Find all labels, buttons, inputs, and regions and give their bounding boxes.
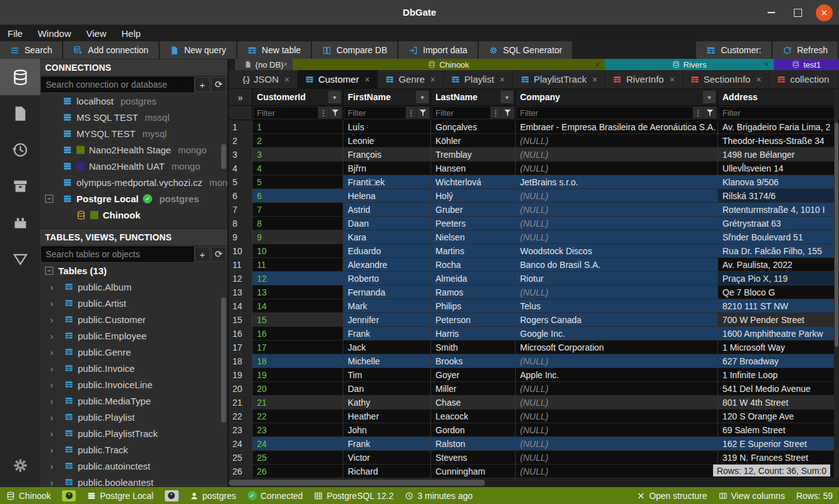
cell-company[interactable]: (NULL) [516, 162, 718, 175]
rail-connections[interactable] [0, 59, 40, 95]
table-item[interactable]: public.Employee [40, 327, 227, 344]
chevron-right-icon[interactable] [50, 298, 56, 309]
cell-company[interactable]: (NULL) [516, 354, 718, 368]
menu-view[interactable]: View [86, 28, 107, 39]
table-row[interactable]: 19 19 Tim Goyer Apple Inc. 1 Infinite Lo… [229, 368, 839, 382]
cell-firstname[interactable]: John [343, 423, 431, 437]
rail-settings[interactable] [0, 447, 40, 483]
column-header-lastname[interactable]: LastName [431, 89, 516, 105]
grid-horizontal-scrollbar[interactable] [229, 478, 839, 487]
cell-customerid[interactable]: 5 [253, 175, 343, 189]
chevron-right-icon[interactable] [50, 445, 56, 455]
cell-lastname[interactable]: Miller [431, 382, 516, 396]
cell-customerid[interactable]: 14 [253, 299, 343, 313]
add-icon[interactable]: + [195, 77, 210, 92]
tab-customer[interactable]: Customer [298, 70, 378, 88]
filter-input-address[interactable] [719, 107, 837, 118]
table-item[interactable]: public.Genre [40, 344, 227, 360]
row-number[interactable]: 16 [229, 327, 253, 341]
cell-firstname[interactable]: François [343, 148, 431, 162]
table-row[interactable]: 23 23 John Gordon (NULL) 69 Salem Street [229, 423, 839, 437]
cell-lastname[interactable]: Harris [431, 327, 516, 341]
cell-customerid[interactable]: 9 [253, 230, 343, 244]
table-row[interactable]: 15 15 Jennifer Peterson Rogers Canada 70… [229, 313, 839, 327]
tab-group-chinook[interactable]: Chinook [293, 59, 605, 70]
cell-company[interactable]: Embraer - Empresa Brasileira de Aeronáut… [516, 120, 718, 134]
rail-plugins[interactable] [0, 204, 40, 240]
cell-firstname[interactable]: Heather [343, 409, 431, 423]
cell-firstname[interactable]: Victor [343, 451, 431, 465]
chevron-right-icon[interactable] [50, 396, 56, 406]
grid-vertical-scrollbar[interactable] [834, 89, 839, 478]
row-number[interactable]: 18 [229, 354, 253, 368]
table-item[interactable]: public.Artist [40, 295, 227, 311]
filter-funnel-icon[interactable] [328, 107, 341, 118]
cell-company[interactable]: (NULL) [516, 285, 718, 299]
table-item[interactable]: public.PlaylistTrack [40, 425, 227, 441]
cell-company[interactable]: (NULL) [516, 217, 718, 230]
close-tab-icon[interactable] [756, 75, 761, 85]
cell-customerid[interactable]: 17 [253, 341, 343, 354]
table-item[interactable]: public.autoinctest [40, 458, 227, 474]
connection-item[interactable]: olympus-medportal.vychozi.czmongo [40, 174, 227, 190]
table-row[interactable]: 8 8 Daan Peeters (NULL) Grétrystraat 63 [229, 217, 839, 230]
collapse-icon[interactable] [45, 195, 53, 203]
row-number[interactable]: 26 [229, 465, 253, 478]
chevron-right-icon[interactable] [50, 331, 56, 341]
row-number[interactable]: 3 [229, 148, 253, 162]
cell-lastname[interactable]: Hansen [431, 162, 516, 175]
close-group-icon[interactable] [595, 60, 600, 69]
tables-scrollbar[interactable] [221, 297, 226, 423]
cell-address[interactable]: 69 Salem Street [718, 423, 839, 437]
tab-collection[interactable]: collection [769, 70, 838, 88]
cell-lastname[interactable]: Nielsen [431, 230, 516, 244]
table-row[interactable]: 24 24 Frank Ralston (NULL) 162 E Superio… [229, 437, 839, 451]
cell-company[interactable]: Telus [516, 299, 718, 313]
cell-company[interactable]: (NULL) [516, 230, 718, 244]
cell-company[interactable]: Microsoft Corporation [516, 341, 718, 354]
tab-playlisttrack[interactable]: PlaylistTrack [513, 70, 606, 88]
kebab-menu-icon[interactable] [318, 107, 328, 118]
import-data-button[interactable]: Import data [399, 41, 479, 59]
cell-customerid[interactable]: 19 [253, 368, 343, 382]
kebab-menu-icon[interactable] [692, 107, 703, 118]
connections-search-input[interactable] [41, 77, 194, 92]
row-number[interactable]: 7 [229, 203, 253, 217]
cell-address[interactable]: 319 N. Frances Street [718, 451, 839, 465]
cell-company[interactable]: (NULL) [516, 423, 718, 437]
cell-firstname[interactable]: Richard [343, 465, 431, 478]
table-row[interactable]: 14 14 Mark Philips Telus 8210 111 ST NW [229, 299, 839, 313]
cell-lastname[interactable]: Cunningham [431, 465, 516, 478]
cell-customerid[interactable]: 25 [253, 451, 343, 465]
cell-firstname[interactable]: Helena [343, 189, 431, 203]
rail-files[interactable] [0, 95, 40, 131]
row-number[interactable]: 15 [229, 313, 253, 327]
database-item[interactable]: Chinook [40, 207, 227, 223]
new-table-button[interactable]: New table [237, 41, 312, 59]
row-number[interactable]: 8 [229, 217, 253, 230]
chevron-right-icon[interactable] [50, 477, 56, 488]
sql-generator-button[interactable]: SQL Generator [479, 41, 573, 59]
connection-item-expanded[interactable]: Postgre Localpostgres [40, 190, 227, 207]
cell-lastname[interactable]: Leacock [431, 409, 516, 423]
chevron-down-icon[interactable] [703, 91, 716, 103]
collapse-icon[interactable] [45, 267, 53, 275]
cell-lastname[interactable]: Rocha [431, 258, 516, 272]
close-group-icon[interactable] [283, 60, 288, 69]
chevron-down-icon[interactable] [501, 91, 513, 103]
add-connection-button[interactable]: Add connection [63, 41, 160, 59]
cell-customerid[interactable]: 16 [253, 327, 343, 341]
close-tab-icon[interactable] [500, 75, 505, 85]
table-row[interactable]: 17 17 Jack Smith Microsoft Corporation 1… [229, 341, 839, 354]
cell-lastname[interactable]: Gruber [431, 203, 516, 217]
row-number[interactable]: 2 [229, 134, 253, 148]
table-row[interactable]: 20 20 Dan Miller (NULL) 541 Del Medio Av… [229, 382, 839, 396]
cell-customerid[interactable]: 13 [253, 285, 343, 299]
cell-lastname[interactable]: Goyer [431, 368, 516, 382]
table-row[interactable]: 5 5 Franti□ek Wichterlová JetBrains s.r.… [229, 175, 839, 189]
cell-lastname[interactable]: Peterson [431, 313, 516, 327]
filter-funnel-icon[interactable] [703, 107, 716, 118]
row-number[interactable]: 4 [229, 162, 253, 175]
chevron-right-icon[interactable] [50, 428, 56, 439]
cell-company[interactable]: Apple Inc. [516, 368, 718, 382]
